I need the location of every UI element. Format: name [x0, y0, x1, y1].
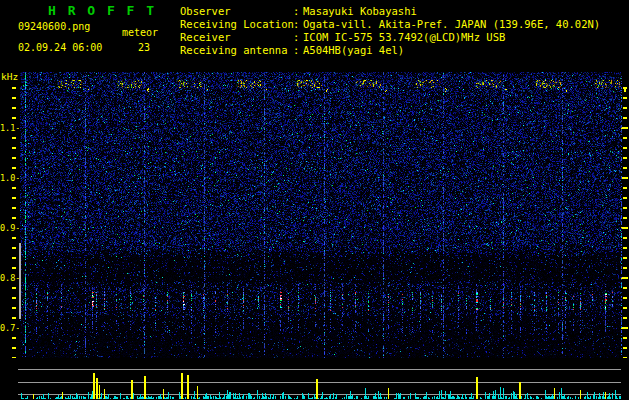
y-axis-label: 1.0- — [0, 173, 20, 183]
activity-strip-canvas — [0, 358, 629, 400]
meteor-count-label: 23 — [138, 43, 150, 53]
y-axis-label: 0.7- — [0, 323, 20, 333]
y-axis-minor-tick-right — [623, 217, 627, 219]
info-label: Receiving antenna — [180, 44, 293, 57]
y-axis-minor-tick — [12, 187, 16, 189]
y-axis-minor-tick — [12, 297, 16, 299]
hrofft-window: H R O F F T 09240600.png meteor 02.09.24… — [0, 0, 629, 400]
y-axis-minor-tick-right — [623, 137, 627, 139]
y-axis-minor-tick — [12, 217, 16, 219]
y-axis-unit-label: kHz — [1, 72, 18, 82]
info-value: Ogata-vill. Akita-Pref. JAPAN (139.96E, … — [303, 18, 600, 31]
y-axis-minor-tick — [12, 307, 16, 309]
y-axis-minor-tick — [12, 347, 16, 349]
y-axis-minor-tick-right — [623, 257, 627, 259]
info-row: Receiving Location:Ogata-vill. Akita-Pre… — [180, 18, 600, 31]
y-axis-minor-tick-right — [623, 297, 627, 299]
y-axis-minor-tick — [12, 137, 16, 139]
y-axis-minor-tick — [12, 117, 16, 119]
app-title: H R O F F T — [48, 4, 156, 17]
y-axis-minor-tick-right — [623, 347, 627, 349]
y-axis-minor-tick-right — [623, 187, 627, 189]
y-axis-minor-tick — [12, 287, 16, 289]
y-axis-minor-tick-right — [623, 247, 627, 249]
y-axis-label: 0.8- — [0, 273, 20, 283]
y-axis-minor-tick — [12, 207, 16, 209]
scale-bar — [19, 243, 21, 319]
y-axis-minor-tick — [12, 317, 16, 319]
info-colon: : — [293, 44, 303, 57]
info-value: ICOM IC-575 53.7492(@LCD)MHz USB — [303, 31, 505, 44]
y-axis-label: 1.1- — [0, 123, 20, 133]
y-axis-minor-tick-right — [623, 207, 627, 209]
y-axis-minor-tick — [12, 197, 16, 199]
info-colon: : — [293, 31, 303, 44]
y-axis-minor-tick — [12, 247, 16, 249]
y-axis-minor-tick-right — [623, 97, 627, 99]
y-axis-minor-tick-right — [623, 107, 627, 109]
info-row: Receiver:ICOM IC-575 53.7492(@LCD)MHz US… — [180, 31, 600, 44]
y-axis-minor-tick-right — [623, 267, 627, 269]
y-axis-minor-tick-right — [623, 167, 627, 169]
info-row: Receiving antenna:A504HB(yagi 4el) — [180, 44, 600, 57]
y-axis-minor-tick — [12, 107, 16, 109]
y-axis-minor-tick — [12, 147, 16, 149]
spectrogram-canvas — [19, 72, 623, 368]
info-label: Receiver — [180, 31, 293, 44]
datetime-label: 02.09.24 06:00 — [18, 43, 102, 53]
y-axis-minor-tick-right — [623, 197, 627, 199]
y-axis-minor-tick-right — [623, 157, 627, 159]
y-axis-minor-tick — [12, 267, 16, 269]
info-value: A504HB(yagi 4el) — [303, 44, 404, 57]
y-axis-minor-tick — [12, 87, 16, 89]
y-axis-minor-tick-right — [623, 237, 627, 239]
info-colon: : — [293, 18, 303, 31]
info-value: Masayuki Kobayashi — [303, 5, 417, 18]
info-label: Observer — [180, 5, 293, 18]
y-axis-minor-tick — [12, 257, 16, 259]
y-axis-minor-tick — [12, 157, 16, 159]
observer-info-block: Observer:Masayuki KobayashiReceiving Loc… — [180, 5, 600, 57]
minute-tick — [624, 88, 626, 92]
y-axis-minor-tick-right — [623, 317, 627, 319]
y-axis-minor-tick — [12, 337, 16, 339]
info-colon: : — [293, 5, 303, 18]
y-axis-minor-tick-right — [623, 117, 627, 119]
y-axis-label: 0.9- — [0, 223, 20, 233]
y-axis-minor-tick-right — [623, 147, 627, 149]
mode-label: meteor — [122, 28, 158, 38]
info-label: Receiving Location — [180, 18, 293, 31]
y-axis-minor-tick-right — [623, 287, 627, 289]
y-axis-minor-tick-right — [623, 307, 627, 309]
y-axis-minor-tick-right — [623, 337, 627, 339]
y-axis-minor-tick — [12, 237, 16, 239]
info-row: Observer:Masayuki Kobayashi — [180, 5, 600, 18]
y-axis-minor-tick — [12, 97, 16, 99]
filename-label: 09240600.png — [18, 22, 90, 32]
y-axis-minor-tick — [12, 167, 16, 169]
